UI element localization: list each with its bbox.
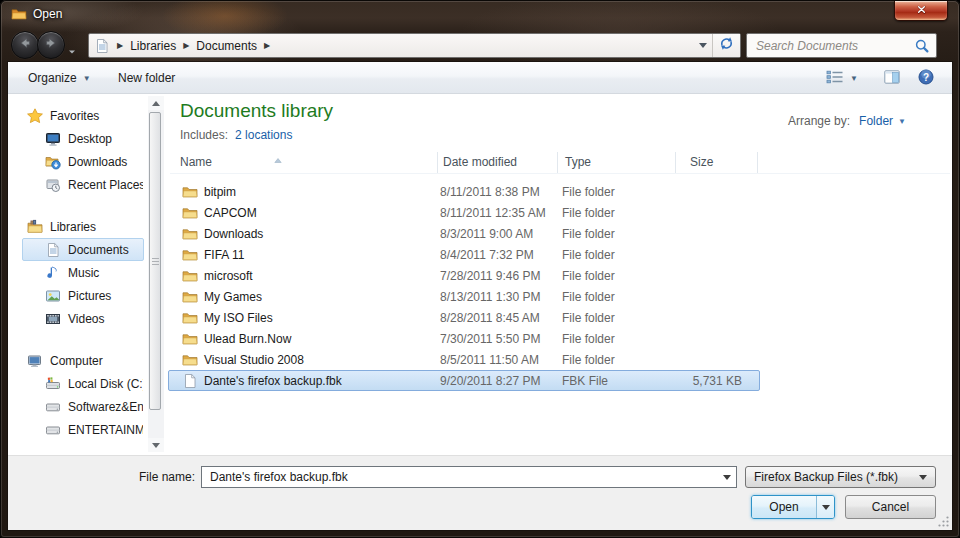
open-split-button[interactable]: Open: [751, 495, 835, 519]
column-divider[interactable]: [675, 152, 676, 173]
change-view-button[interactable]: ▼: [826, 68, 858, 88]
file-type-dropdown[interactable]: Firefox Backup Files (*.fbk): [745, 466, 936, 488]
file-date-modified: 8/11/2011 12:35 AM: [440, 206, 562, 220]
sidebar-item-pictures[interactable]: Pictures: [22, 284, 144, 307]
sidebar-item-videos[interactable]: Videos: [22, 307, 144, 330]
file-size: 5,731 KB: [672, 374, 742, 388]
titlebar[interactable]: Open: [0, 0, 960, 28]
search-icon[interactable]: [914, 38, 930, 54]
file-date-modified: 7/30/2011 5:50 PM: [440, 332, 562, 346]
file-name: Ulead Burn.Now: [204, 332, 291, 346]
file-type: File folder: [562, 311, 672, 325]
file-row-dante-s-firefox-backup-fbk[interactable]: Dante's firefox backup.fbk9/20/2011 8:27…: [168, 370, 760, 391]
file-row-fifa-11[interactable]: FIFA 118/4/2011 7:32 PMFile folder: [168, 244, 760, 265]
file-row-my-iso-files[interactable]: My ISO Files8/28/2011 8:45 AMFile folder: [168, 307, 760, 328]
file-row-capcom[interactable]: CAPCOM8/11/2011 12:35 AMFile folder: [168, 202, 760, 223]
chevron-down-icon: ▼: [850, 74, 858, 83]
file-name-dropdown-button[interactable]: [718, 467, 736, 487]
column-header-date-modified[interactable]: Date modified: [443, 155, 517, 169]
address-history-dropdown[interactable]: [694, 34, 712, 57]
file-row-downloads[interactable]: Downloads8/3/2011 9:00 AMFile folder: [168, 223, 760, 244]
chevron-down-icon: ▼: [898, 117, 906, 126]
sidebar-item-documents[interactable]: Documents: [22, 238, 144, 261]
sidebar-item-entertainment[interactable]: ENTERTAINMENT: [22, 418, 144, 441]
search-input[interactable]: [747, 34, 916, 57]
desktop-icon: [45, 131, 61, 147]
folder-icon: [182, 289, 198, 305]
arrange-by-value[interactable]: Folder: [859, 114, 893, 128]
file-row-my-games[interactable]: My Games8/13/2011 1:30 PMFile folder: [168, 286, 760, 307]
file-type: File folder: [562, 290, 672, 304]
scroll-down-button[interactable]: [148, 438, 164, 452]
chevron-down-icon: [822, 505, 830, 514]
navigation-pane: FavoritesDesktopDownloadsRecent PlacesLi…: [8, 94, 166, 455]
help-button[interactable]: ?: [918, 68, 934, 88]
breadcrumb-libraries[interactable]: Libraries: [130, 39, 176, 53]
forward-button[interactable]: [37, 31, 65, 59]
sidebar-item-recent-places[interactable]: Recent Places: [22, 173, 144, 196]
sidebar-item-music[interactable]: Music: [22, 261, 144, 284]
scroll-up-button[interactable]: [148, 96, 164, 110]
column-divider[interactable]: [557, 152, 558, 173]
sidebar-item-label: Music: [68, 266, 99, 280]
resize-grip[interactable]: [936, 514, 950, 528]
sidebar-item-label: ENTERTAINMENT: [68, 423, 144, 437]
open-dropdown-button[interactable]: [816, 496, 834, 518]
sidebar-section-computer[interactable]: Computer: [22, 349, 144, 372]
sidebar-item-label: Videos: [68, 312, 104, 326]
column-divider[interactable]: [757, 152, 758, 173]
close-button[interactable]: [894, 1, 948, 21]
file-date-modified: 8/5/2011 11:50 AM: [440, 353, 562, 367]
cancel-button[interactable]: Cancel: [845, 495, 936, 519]
file-icon: [182, 373, 198, 389]
chevron-down-icon: [699, 43, 707, 52]
search-box[interactable]: [746, 33, 937, 58]
open-folder-icon: [11, 6, 27, 22]
file-name-input[interactable]: [202, 467, 715, 487]
column-divider[interactable]: [437, 152, 438, 173]
sidebar-item-softwarez-enter[interactable]: Softwarez&Enter: [22, 395, 144, 418]
file-name-combobox[interactable]: [201, 466, 737, 488]
sidebar-item-downloads[interactable]: Downloads: [22, 150, 144, 173]
new-folder-button[interactable]: New folder: [118, 68, 175, 88]
video-icon: [45, 311, 61, 327]
column-header-name[interactable]: Name: [180, 155, 212, 169]
organize-button[interactable]: Organize ▼: [28, 68, 91, 88]
chevron-down-icon: [723, 475, 731, 484]
file-date-modified: 8/13/2011 1:30 PM: [440, 290, 562, 304]
locations-link[interactable]: 2 locations: [235, 128, 292, 142]
refresh-button[interactable]: [712, 34, 740, 57]
recent-pages-chevron-icon[interactable]: [68, 42, 76, 60]
back-button[interactable]: [11, 31, 39, 59]
breadcrumb-separator-icon[interactable]: ▶: [264, 41, 270, 50]
column-header-type[interactable]: Type: [565, 155, 591, 169]
window-title: Open: [33, 7, 62, 21]
sidebar-section-favorites[interactable]: Favorites: [22, 104, 144, 127]
sidebar-scrollbar[interactable]: [148, 96, 164, 452]
file-row-microsoft[interactable]: microsoft7/28/2011 9:46 PMFile folder: [168, 265, 760, 286]
file-name-cell: bitpim: [182, 184, 440, 200]
file-row-bitpim[interactable]: bitpim8/11/2011 8:38 PMFile folder: [168, 181, 760, 202]
breadcrumb-documents[interactable]: Documents: [196, 39, 257, 53]
open-button[interactable]: Open: [752, 496, 816, 518]
file-type-value: Firefox Backup Files (*.fbk): [754, 470, 898, 484]
file-row-visual-studio-2008[interactable]: Visual Studio 20088/5/2011 11:50 AMFile …: [168, 349, 760, 370]
sidebar-item-desktop[interactable]: Desktop: [22, 127, 144, 150]
file-name-cell: CAPCOM: [182, 205, 440, 221]
address-bar[interactable]: ▶ Libraries ▶ Documents ▶: [88, 33, 741, 58]
column-header-row: Name Date modified Type Size: [170, 152, 950, 174]
arrange-by-label: Arrange by:: [788, 114, 850, 128]
dialog-client-area: Organize ▼ New folder ▼ ?: [8, 62, 952, 530]
column-header-size[interactable]: Size: [690, 155, 713, 169]
download-folder-icon: [45, 154, 61, 170]
preview-pane-button[interactable]: [884, 68, 900, 88]
file-type: File folder: [562, 227, 672, 241]
file-row-ulead-burn-now[interactable]: Ulead Burn.Now7/30/2011 5:50 PMFile fold…: [168, 328, 760, 349]
sidebar-section-label: Libraries: [50, 220, 96, 234]
file-name-cell: My Games: [182, 289, 440, 305]
scrollbar-thumb[interactable]: [149, 112, 161, 410]
sidebar-section-libraries[interactable]: Libraries: [22, 215, 144, 238]
breadcrumb-separator-icon[interactable]: ▶: [183, 41, 189, 50]
sidebar-item-local-disk-c[interactable]: Local Disk (C:): [22, 372, 144, 395]
arrange-by-control[interactable]: Arrange by: Folder ▼: [788, 114, 906, 128]
